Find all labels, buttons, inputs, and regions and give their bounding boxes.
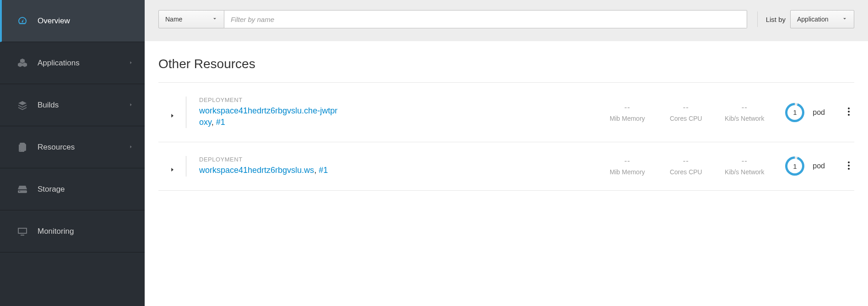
metric-value: -- — [605, 156, 650, 166]
chevron-right-icon — [169, 166, 175, 174]
divider — [186, 156, 186, 176]
sidebar-item-monitoring[interactable]: Monitoring — [0, 210, 145, 252]
sidebar-item-applications[interactable]: Applications — [0, 42, 145, 84]
actions-menu-button[interactable] — [843, 107, 854, 118]
chevron-right-icon — [169, 113, 175, 120]
pod-count: 1 — [793, 108, 797, 116]
list-by-dropdown[interactable]: Application — [790, 10, 854, 28]
dashboard-icon — [16, 15, 28, 27]
resource-row: DEPLOYMENT workspace41hedrtz6rbgvslu.che… — [158, 83, 854, 142]
hdd-icon — [16, 183, 28, 195]
metric-cpu: -- Cores CPU — [663, 156, 708, 176]
pod-donut-icon: 1 — [785, 103, 804, 122]
resource-kind: DEPLOYMENT — [199, 97, 341, 103]
metrics: -- Mib Memory -- Cores CPU -- Kib/s Netw… — [605, 156, 767, 176]
sidebar-item-builds[interactable]: Builds — [0, 84, 145, 126]
resource-name-col: DEPLOYMENT workspace41hedrtz6rbgvslu.ws,… — [199, 156, 341, 176]
kebab-icon — [847, 107, 850, 118]
svg-point-2 — [848, 114, 850, 116]
list-by-label: List by — [766, 16, 786, 23]
kebab-icon — [847, 161, 850, 172]
chevron-down-icon — [212, 16, 217, 23]
expand-toggle[interactable] — [158, 104, 186, 120]
metric-value: -- — [605, 103, 650, 112]
metric-label: Cores CPU — [663, 115, 708, 122]
resource-revision-link[interactable]: #1 — [319, 166, 328, 175]
monitor-icon — [16, 225, 28, 237]
sidebar-item-label: Overview — [38, 16, 70, 26]
metric-network: -- Kib/s Network — [722, 156, 767, 176]
svg-point-3 — [848, 161, 850, 163]
main: Name List by Application Other Resources — [145, 0, 868, 306]
svg-point-0 — [848, 107, 850, 109]
pod-donut-icon: 1 — [785, 156, 804, 176]
metric-label: Mib Memory — [605, 115, 650, 122]
metric-network: -- Kib/s Network — [722, 103, 767, 122]
metric-label: Kib/s Network — [722, 115, 767, 122]
sidebar-item-overview[interactable]: Overview — [0, 0, 145, 42]
metric-value: -- — [722, 156, 767, 166]
pod-status[interactable]: 1 pod — [785, 156, 825, 176]
resource-name-col: DEPLOYMENT workspace41hedrtz6rbgvslu.che… — [199, 97, 341, 128]
sidebar-item-storage[interactable]: Storage — [0, 168, 145, 210]
chevron-right-icon — [128, 143, 134, 152]
divider — [186, 97, 186, 128]
cubes-icon — [16, 57, 28, 69]
resource-row: DEPLOYMENT workspace41hedrtz6rbgvslu.ws,… — [158, 142, 854, 190]
files-icon — [16, 141, 28, 153]
filter-toolbar: Name List by Application — [145, 0, 868, 41]
resource-revision-link[interactable]: #1 — [216, 118, 225, 127]
sidebar-item-label: Monitoring — [38, 227, 74, 236]
metric-label: Kib/s Network — [722, 168, 767, 176]
filter-type-label: Name — [165, 16, 182, 23]
pod-label: pod — [813, 108, 825, 117]
chevron-right-icon — [128, 101, 134, 110]
pod-label: pod — [813, 162, 825, 170]
pod-count: 1 — [793, 162, 797, 170]
metric-cpu: -- Cores CPU — [663, 103, 708, 122]
svg-point-5 — [848, 168, 850, 170]
resource-name-link[interactable]: workspace41hedrtz6rbgvslu.ws — [199, 166, 314, 175]
sidebar-item-label: Builds — [38, 101, 59, 110]
sidebar-item-label: Applications — [38, 59, 80, 68]
list-by-value: Application — [797, 16, 829, 23]
metric-value: -- — [663, 156, 708, 166]
divider — [757, 11, 758, 27]
metric-memory: -- Mib Memory — [605, 156, 650, 176]
resource-kind: DEPLOYMENT — [199, 156, 341, 163]
sidebar: Overview Applications Builds Resou — [0, 0, 145, 306]
filter-type-dropdown[interactable]: Name — [158, 10, 224, 28]
metric-label: Cores CPU — [663, 168, 708, 176]
layers-icon — [16, 99, 28, 111]
pod-status[interactable]: 1 pod — [785, 103, 825, 122]
chevron-down-icon — [842, 16, 847, 23]
sidebar-item-label: Storage — [38, 185, 65, 194]
chevron-right-icon — [128, 59, 134, 68]
filter-input[interactable] — [224, 10, 747, 28]
metric-label: Mib Memory — [605, 168, 650, 176]
metric-memory: -- Mib Memory — [605, 103, 650, 122]
sidebar-item-label: Resources — [38, 143, 75, 152]
svg-point-4 — [848, 165, 850, 166]
expand-toggle[interactable] — [158, 158, 186, 174]
actions-menu-button[interactable] — [843, 161, 854, 172]
metrics: -- Mib Memory -- Cores CPU -- Kib/s Netw… — [605, 103, 767, 122]
sidebar-item-resources[interactable]: Resources — [0, 126, 145, 168]
content: Other Resources DEPLOYMENT workspace41he… — [145, 41, 868, 206]
section-title: Other Resources — [158, 57, 854, 83]
svg-point-1 — [848, 111, 850, 113]
metric-value: -- — [722, 103, 767, 112]
metric-value: -- — [663, 103, 708, 112]
